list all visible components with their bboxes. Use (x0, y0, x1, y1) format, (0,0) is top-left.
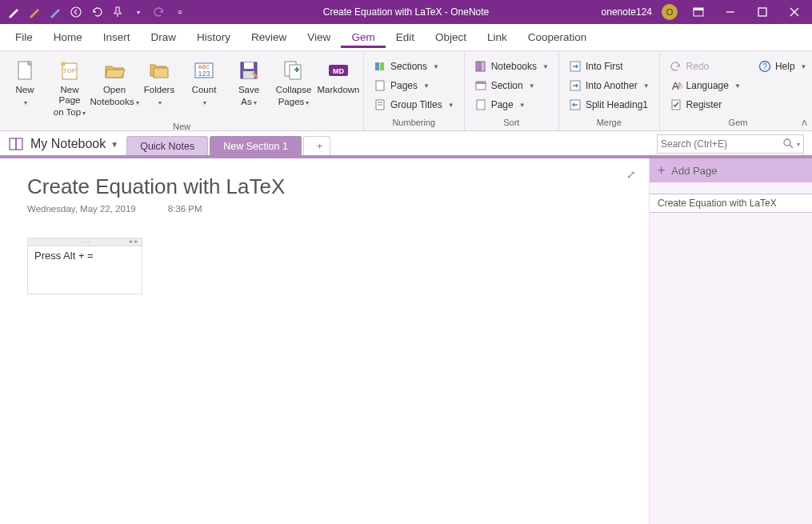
back-icon[interactable] (69, 5, 83, 19)
save-as-icon (236, 58, 262, 83)
sort-section-button[interactable]: Section ▼ (471, 77, 552, 94)
pen-orange-icon[interactable] (27, 5, 42, 19)
close-icon[interactable] (783, 4, 806, 20)
register-button[interactable]: Register (666, 96, 744, 114)
menu-home[interactable]: Home (43, 26, 93, 48)
page-time[interactable]: 8:36 PM (168, 204, 202, 214)
menu-edit[interactable]: Edit (386, 26, 425, 48)
pin-icon[interactable] (110, 5, 125, 19)
ribbon-group-sort: Notebooks ▼ Section ▼ Page ▼ Sort (465, 51, 559, 130)
page-date[interactable]: Wednesday, May 22, 2019 (27, 204, 136, 214)
ribbon-group-new: New ▾TOP New Page on Top▾ Open Notebooks… (0, 51, 364, 130)
open-nb-button[interactable]: Open Notebooks▾ (93, 56, 136, 110)
svg-rect-4 (758, 8, 766, 16)
svg-text:MD: MD (333, 67, 344, 75)
svg-rect-19 (290, 65, 301, 79)
menu-insert[interactable]: Insert (93, 26, 141, 48)
add-section-tab[interactable]: + (303, 136, 330, 155)
new-page-top-button[interactable]: TOP New Page on Top▾ (48, 56, 91, 120)
help-label: Help (775, 61, 795, 72)
note-drag-handle[interactable]: ···· (28, 238, 142, 246)
new-page-button[interactable]: New ▾ (3, 56, 46, 110)
tab-quick-notes[interactable]: Quick Notes (126, 136, 208, 155)
count-button[interactable]: ABC123 Count ▾ (182, 56, 226, 110)
group-titles-icon (374, 98, 386, 111)
menu-view[interactable]: View (297, 26, 341, 48)
user-avatar[interactable]: O (662, 4, 678, 20)
svg-line-44 (790, 145, 793, 148)
merge-another-icon (569, 79, 582, 92)
note-container[interactable]: ···· Press Alt + = (27, 238, 142, 294)
ribbon-options-icon[interactable] (687, 4, 710, 20)
menu-gem[interactable]: Gem (341, 26, 385, 48)
folders-icon (146, 58, 172, 83)
menu-review[interactable]: Review (241, 26, 297, 48)
collapse-icon (281, 58, 306, 83)
plus-icon: + (658, 163, 665, 178)
menu-object[interactable]: Object (425, 26, 477, 48)
merge-another-button[interactable]: Into Another ▼ (566, 77, 653, 94)
collapse-button[interactable]: Collapse Pages▾ (272, 56, 315, 110)
chevron-down-icon: ▼ (643, 82, 650, 90)
pen-white-icon[interactable] (6, 5, 21, 19)
notebook-selector[interactable]: My Notebook ▼ (8, 137, 126, 155)
svg-point-43 (784, 139, 790, 146)
svg-rect-23 (380, 62, 384, 70)
sort-nb-button[interactable]: Notebooks ▼ (471, 58, 552, 75)
pages-button[interactable]: Pages ▼ (370, 77, 458, 94)
open-nb-icon (102, 58, 127, 83)
window-title: Create Equation with LaTeX - OneNote (323, 6, 489, 18)
menu-history[interactable]: History (186, 26, 241, 48)
page-title[interactable]: Create Equation with LaTeX (27, 174, 622, 199)
menu-link[interactable]: Link (477, 26, 518, 48)
register-icon (670, 98, 682, 111)
add-page-label: Add Page (671, 165, 717, 177)
add-page-button[interactable]: + Add Page (650, 158, 812, 182)
svg-rect-2 (694, 8, 703, 10)
svg-rect-41 (10, 138, 16, 150)
page-list-item[interactable]: Create Equation with LaTeX (650, 194, 812, 213)
pen-blue-icon[interactable] (48, 5, 62, 19)
search-icon[interactable] (782, 138, 795, 150)
menu-draw[interactable]: Draw (141, 26, 187, 48)
minimize-icon[interactable] (719, 4, 742, 20)
group-titles-button[interactable]: Group Titles ▼ (370, 96, 458, 114)
page-canvas[interactable]: ⤢ Create Equation with LaTeX Wednesday, … (0, 158, 649, 524)
ribbon-group-merge: Into First Into Another ▼ Split Heading1… (559, 51, 660, 130)
ribbon-group-numbering: Sections ▼ Pages ▼ Group Titles ▼ Number… (364, 51, 465, 130)
merge-first-button[interactable]: Into First (566, 58, 653, 75)
group-label-numbering: Numbering (367, 116, 461, 130)
help-icon: ? (758, 60, 771, 73)
group-label-gem: Gem (663, 116, 812, 130)
folders-button[interactable]: Folders ▾ (138, 56, 181, 110)
svg-point-10 (61, 62, 66, 66)
user-name[interactable]: onenote124 (602, 6, 652, 18)
svg-rect-22 (375, 62, 379, 70)
collapse-ribbon-icon[interactable]: ᐱ (802, 118, 807, 127)
title-right: onenote124 O (602, 4, 806, 20)
undo-icon[interactable] (90, 5, 104, 19)
search-box[interactable]: ▾ (657, 134, 804, 154)
save-as-button[interactable]: Save As▾ (227, 56, 270, 110)
sections-button[interactable]: Sections ▼ (370, 58, 458, 75)
sort-page-button[interactable]: Page ▼ (471, 96, 552, 114)
expand-icon[interactable]: ⤢ (626, 168, 636, 181)
menu-cooperation[interactable]: Cooperation (518, 26, 598, 48)
main-area: ⤢ Create Equation with LaTeX Wednesday, … (0, 158, 812, 524)
help-button[interactable]: ? Help ▼ (755, 58, 810, 75)
qat-customize-icon[interactable]: ≡ (173, 5, 187, 19)
menu-file[interactable]: File (5, 26, 43, 48)
chevron-down-icon[interactable]: ▾ (797, 141, 800, 148)
search-input[interactable] (661, 138, 782, 150)
markdown-button[interactable]: MD Markdown (317, 56, 360, 98)
redo-button: Redo (666, 58, 744, 75)
split-button[interactable]: Split Heading1 (566, 96, 653, 114)
qat-caret-icon[interactable]: ▾ (131, 5, 146, 19)
maximize-icon[interactable] (751, 4, 774, 20)
language-button[interactable]: Aあ Language ▼ (666, 77, 744, 94)
notebook-name: My Notebook (30, 137, 106, 151)
new-page-top-icon: TOP (57, 58, 82, 83)
note-body[interactable]: Press Alt + = (28, 246, 142, 294)
tab-new-section-1[interactable]: New Section 1 (210, 136, 302, 155)
language-icon: Aあ (670, 79, 682, 92)
